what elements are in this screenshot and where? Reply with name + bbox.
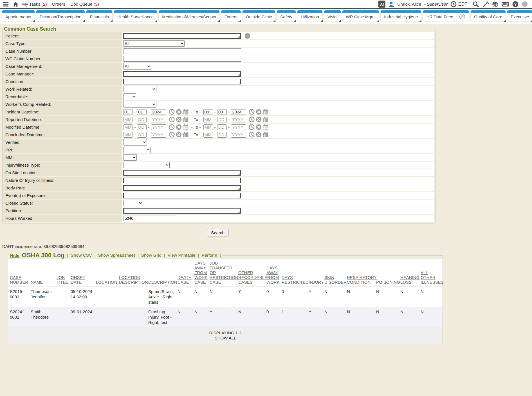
concluded-datetime-to-month[interactable] bbox=[203, 132, 213, 138]
concluded-datetime-from-day[interactable] bbox=[137, 132, 147, 138]
ppi-select[interactable] bbox=[123, 147, 151, 153]
reported-datetime-from-calendar-icon[interactable] bbox=[183, 117, 189, 122]
sort-onset-date-link[interactable]: ONSET DATE bbox=[71, 275, 85, 285]
concluded-datetime-to-clear-icon[interactable] bbox=[256, 132, 262, 138]
modified-datetime-from-clock-icon[interactable] bbox=[169, 124, 175, 130]
hamburger-menu-icon[interactable] bbox=[2, 1, 9, 7]
modified-datetime-to-calendar-icon[interactable] bbox=[263, 124, 269, 130]
keyboard-icon[interactable] bbox=[501, 1, 509, 7]
modified-datetime-from-calendar-icon[interactable] bbox=[183, 124, 189, 130]
reported-datetime-to-clear-icon[interactable] bbox=[256, 117, 262, 122]
modified-datetime-from-month[interactable] bbox=[123, 124, 133, 130]
view-printable-link[interactable]: View Printable bbox=[168, 253, 196, 258]
tab-medications-allergies-scripts[interactable]: Medications/Allergies/Scripts bbox=[159, 10, 219, 21]
tab-orders[interactable]: Orders bbox=[221, 10, 241, 21]
sort-injury-link[interactable]: INJURY bbox=[309, 280, 324, 285]
tab-visits[interactable]: Visits bbox=[324, 10, 341, 21]
reported-datetime-to-calendar-icon[interactable] bbox=[263, 117, 269, 122]
nav-doc-queue[interactable]: Doc Queue (3) bbox=[70, 2, 99, 7]
modified-datetime-to-clock-icon[interactable] bbox=[249, 124, 255, 130]
sort-location-link[interactable]: LOCATION bbox=[96, 280, 117, 285]
search-icon[interactable] bbox=[472, 1, 479, 8]
concluded-datetime-to-calendar-icon[interactable] bbox=[263, 132, 269, 138]
concluded-datetime-from-year[interactable] bbox=[151, 132, 166, 138]
event-s-of-exposure-field[interactable] bbox=[123, 193, 241, 198]
tab-industrial-hygiene[interactable]: Industrial Hygiene bbox=[381, 10, 421, 21]
sort-hearing-loss-link[interactable]: HEARING LOSS bbox=[400, 275, 419, 285]
incident-datetime-to-year[interactable] bbox=[231, 109, 246, 115]
reported-datetime-from-day[interactable] bbox=[137, 117, 147, 122]
incident-datetime-from-year[interactable] bbox=[151, 109, 166, 115]
tab-safety[interactable]: Safety bbox=[277, 10, 296, 21]
incident-datetime-from-month[interactable] bbox=[123, 109, 133, 115]
partition-field[interactable] bbox=[123, 208, 241, 214]
concluded-datetime-from-month[interactable] bbox=[123, 132, 133, 138]
modified-datetime-from-clear-icon[interactable] bbox=[176, 124, 182, 130]
incident-datetime-from-clear-icon[interactable] bbox=[176, 109, 182, 115]
wc-claim-number-input[interactable] bbox=[123, 56, 241, 62]
globe-icon[interactable] bbox=[492, 1, 499, 8]
modified-datetime-to-year[interactable] bbox=[231, 124, 246, 130]
show-grid-link[interactable]: Show Grid bbox=[141, 253, 161, 258]
patient-help-icon[interactable]: ? bbox=[244, 33, 250, 39]
reported-datetime-to-year[interactable] bbox=[231, 117, 246, 122]
concluded-datetime-from-calendar-icon[interactable] bbox=[183, 132, 189, 138]
nature-of-injury-or-illness-field[interactable] bbox=[123, 178, 241, 183]
sort-case-number-link[interactable]: CASE NUMBER bbox=[10, 275, 28, 285]
concluded-datetime-from-clock-icon[interactable] bbox=[169, 132, 175, 138]
mmi-select[interactable] bbox=[123, 154, 137, 161]
reported-datetime-from-month[interactable] bbox=[123, 117, 133, 122]
perform-link[interactable]: Perform bbox=[202, 253, 217, 258]
case-number-input[interactable] bbox=[123, 48, 241, 54]
modified-datetime-to-day[interactable] bbox=[217, 124, 227, 130]
sort-job-transfer-or-restriction-case-link[interactable]: JOB TRANSFER OR RESTRICTION CASE bbox=[210, 261, 238, 285]
home-icon[interactable] bbox=[12, 1, 19, 7]
incident-datetime-to-calendar-icon[interactable] bbox=[263, 109, 269, 115]
tab-wr-case-mgmt[interactable]: WR Case Mgmt bbox=[342, 10, 379, 21]
condition-field[interactable] bbox=[123, 79, 241, 84]
modified-datetime-to-month[interactable] bbox=[203, 124, 213, 130]
concluded-datetime-to-year[interactable] bbox=[231, 132, 246, 138]
incident-datetime-to-day[interactable] bbox=[217, 109, 227, 115]
sort-death-case-link[interactable]: DEATH CASE bbox=[178, 275, 192, 285]
body-part-field[interactable] bbox=[123, 185, 241, 191]
sort-poisoning-link[interactable]: POISONING bbox=[376, 280, 400, 285]
incident-datetime-from-day[interactable] bbox=[137, 109, 147, 115]
concluded-datetime-from-clear-icon[interactable] bbox=[176, 132, 182, 138]
concluded-datetime-to-day[interactable] bbox=[217, 132, 227, 138]
tab-quality-of-care[interactable]: Quality of Care bbox=[471, 10, 506, 21]
patient-field[interactable] bbox=[123, 33, 241, 39]
ai-badge[interactable]: AI bbox=[378, 1, 385, 8]
modified-datetime-from-day[interactable] bbox=[137, 124, 147, 130]
search-button[interactable]: Search bbox=[207, 229, 228, 236]
sort-days-away-from-work-link[interactable]: DAYS AWAY FROM WORK bbox=[266, 265, 280, 285]
help-icon[interactable]: ? bbox=[512, 1, 519, 8]
reported-datetime-from-clear-icon[interactable] bbox=[176, 117, 182, 122]
sort-description-link[interactable]: DESCRIPTION bbox=[148, 280, 177, 285]
tab-outside-clinic[interactable]: Outside Clinic bbox=[243, 10, 275, 21]
reported-datetime-to-month[interactable] bbox=[203, 117, 213, 122]
hide-link[interactable]: Hide bbox=[10, 253, 19, 258]
reported-datetime-to-clock-icon[interactable] bbox=[249, 117, 255, 122]
nav-orders[interactable]: Orders bbox=[52, 2, 65, 7]
incident-datetime-from-calendar-icon[interactable] bbox=[183, 109, 189, 115]
sort-days-away-from-work-case-link[interactable]: DAYS AWAY FROM WORK CASE bbox=[194, 261, 208, 285]
worker-s-comp-related-select[interactable] bbox=[123, 101, 156, 108]
hours-worked-input[interactable] bbox=[123, 216, 176, 221]
incident-datetime-to-clear-icon[interactable] bbox=[256, 109, 262, 115]
show-spreadsheet-link[interactable]: Show Spreadsheet bbox=[98, 253, 135, 258]
tab-utilization[interactable]: Utilization bbox=[297, 10, 322, 21]
closed-status-select[interactable] bbox=[123, 200, 143, 206]
sort-job-title-link[interactable]: JOB TITLE bbox=[57, 275, 68, 285]
recordable-select[interactable] bbox=[123, 93, 136, 100]
tab-executive[interactable]: Executive bbox=[507, 10, 532, 21]
reported-datetime-from-clock-icon[interactable] bbox=[169, 117, 175, 122]
reported-datetime-from-year[interactable] bbox=[151, 117, 166, 122]
sort-name-link[interactable]: NAME bbox=[31, 280, 43, 285]
sort-skin-disorder-link[interactable]: SKIN DISORDER bbox=[324, 275, 347, 285]
work-related-select[interactable] bbox=[123, 86, 156, 92]
tab-health-surveillance[interactable]: Health Surveillance bbox=[114, 10, 157, 21]
magic-wand-icon[interactable] bbox=[482, 1, 489, 8]
modified-datetime-to-clear-icon[interactable] bbox=[256, 124, 262, 130]
sort-location-description-link[interactable]: LOCATION DESCRIPTION bbox=[119, 275, 148, 285]
